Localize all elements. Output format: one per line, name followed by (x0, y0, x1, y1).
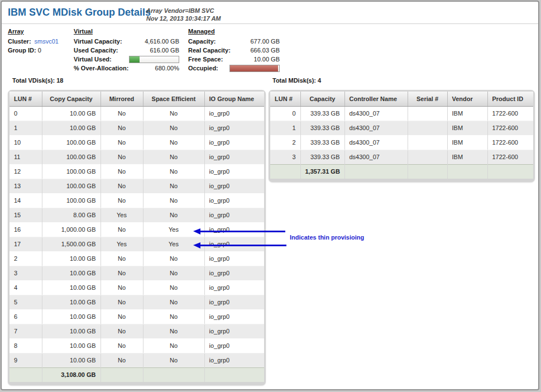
table-cell: No (143, 193, 204, 208)
table-row: 11100.00 GBNoNoio_grp0 (9, 150, 264, 164)
real-capacity-value: 666.03 GB (250, 47, 280, 54)
vdisk-table-card: LUN #Copy CapacityMirroredSpace Efficien… (8, 90, 266, 385)
free-space-label: Free Space: (188, 56, 223, 63)
table-cell: 339.33 GB (300, 135, 344, 150)
table-cell: io_grp0 (204, 179, 264, 193)
timestamp-line: Nov 12, 2013 10:34:17 AM (146, 15, 221, 22)
total-cell (204, 367, 264, 382)
table-cell: No (100, 309, 143, 324)
virtual-capacity-value: 4,616.00 GB (145, 38, 179, 45)
table-cell (408, 106, 447, 121)
mdisk-table: LUN #CapacityController NameSerial #Vend… (270, 92, 533, 179)
header-row: LUN #CapacityController NameSerial #Vend… (270, 92, 533, 106)
column-header: Space Efficient (143, 92, 204, 106)
column-header: Controller Name (344, 92, 408, 106)
table-cell: 1722-600 (487, 150, 533, 164)
table-cell: ds4300_07 (344, 135, 408, 150)
table-cell: 7 (9, 324, 42, 338)
table-cell: io_grp0 (204, 193, 264, 208)
table-cell (408, 135, 447, 150)
column-header: Vendor (447, 92, 487, 106)
table-cell: io_grp0 (204, 222, 264, 237)
total-cell (487, 164, 533, 179)
table-cell: Yes (100, 208, 143, 222)
column-header: LUN # (270, 92, 300, 106)
table-cell: io_grp0 (204, 309, 264, 324)
table-cell: No (100, 280, 143, 295)
table-cell: 1 (9, 121, 42, 135)
table-cell: No (100, 193, 143, 208)
table-cell: io_grp0 (204, 251, 264, 266)
cluster-link[interactable]: smsvc01 (35, 38, 59, 45)
array-heading: Array (8, 28, 70, 37)
occupied-bar-fill (230, 65, 278, 71)
table-cell: 10.00 GB (42, 309, 100, 324)
table-cell: No (100, 179, 143, 193)
table-cell: No (143, 295, 204, 309)
table-cell: No (143, 324, 204, 338)
real-capacity-label: Real Capacity: (188, 47, 231, 54)
table-cell: 100.00 GB (42, 164, 100, 179)
table-row: 910.00 GBNoNoio_grp0 (9, 353, 264, 367)
table-cell: No (143, 338, 204, 353)
table-cell: 11 (9, 150, 42, 164)
table-cell: 13 (9, 179, 42, 193)
table-row: 10100.00 GBNoNoio_grp0 (9, 135, 264, 150)
table-cell: 339.33 GB (300, 121, 344, 135)
total-cell (408, 164, 447, 179)
total-row: 3,108.00 GB (9, 367, 264, 382)
table-cell: 2 (9, 251, 42, 266)
virtual-used-bar (129, 56, 179, 63)
table-row: 610.00 GBNoNoio_grp0 (9, 309, 264, 324)
table-cell: No (100, 266, 143, 280)
table-cell: io_grp0 (204, 135, 264, 150)
table-cell: No (100, 295, 143, 309)
table-cell: io_grp0 (204, 237, 264, 251)
managed-capacity-label: Capacity: (188, 38, 216, 45)
table-cell: 8.00 GB (42, 208, 100, 222)
table-cell: 8 (9, 338, 42, 353)
virtual-heading: Virtual (74, 28, 179, 37)
table-cell: 0 (9, 106, 42, 121)
over-allocation-value: 680.00% (155, 65, 179, 71)
table-cell: 1,500.00 GB (42, 237, 100, 251)
table-cell: No (100, 164, 143, 179)
table-row: 710.00 GBNoNoio_grp0 (9, 324, 264, 338)
table-cell: No (100, 338, 143, 353)
occupied-bar (229, 65, 280, 72)
free-space-value: 10.00 GB (254, 56, 280, 63)
table-cell: 16 (9, 222, 42, 237)
table-cell: No (143, 150, 204, 164)
total-row: 1,357.31 GB (270, 164, 533, 179)
vdisk-table: LUN #Copy CapacityMirroredSpace Efficien… (9, 92, 264, 382)
table-cell: 1 (270, 121, 300, 135)
table-row: 1339.33 GBds4300_07IBM1722-600 (270, 121, 533, 135)
column-header: Copy Capacity (42, 92, 100, 106)
table-cell: 4 (9, 280, 42, 295)
table-cell: 14 (9, 193, 42, 208)
table-cell: 1722-600 (487, 121, 533, 135)
cluster-label: Cluster: (8, 38, 31, 45)
total-cell (447, 164, 487, 179)
column-header: LUN # (9, 92, 42, 106)
table-cell: 100.00 GB (42, 135, 100, 150)
table-cell: IBM (447, 135, 487, 150)
table-cell: No (100, 106, 143, 121)
table-cell: 1,000.00 GB (42, 222, 100, 237)
table-cell: io_grp0 (204, 338, 264, 353)
table-cell: 1722-600 (487, 106, 533, 121)
table-cell: 0 (270, 106, 300, 121)
table-cell: io_grp0 (204, 353, 264, 367)
table-row: 110.00 GBNoNoio_grp0 (9, 121, 264, 135)
table-row: 158.00 GBYesNoio_grp0 (9, 208, 264, 222)
table-cell: io_grp0 (204, 208, 264, 222)
table-cell: 10.00 GB (42, 266, 100, 280)
table-cell: io_grp0 (204, 121, 264, 135)
total-cell (9, 367, 42, 382)
table-cell: io_grp0 (204, 324, 264, 338)
table-cell: 100.00 GB (42, 179, 100, 193)
table-cell: Yes (100, 237, 143, 251)
virtual-used-label: Virtual Used: (74, 56, 112, 63)
table-cell: No (143, 251, 204, 266)
occupied-label: Occupied: (188, 65, 218, 71)
